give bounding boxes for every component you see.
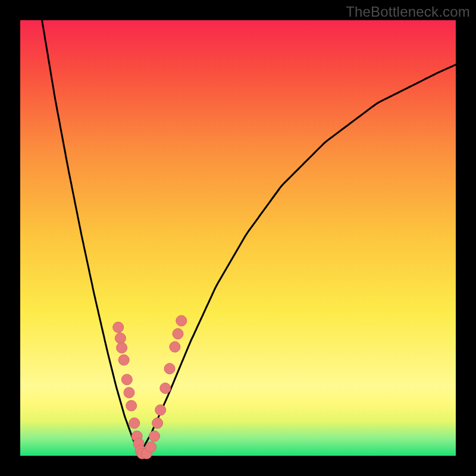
marker-dot: [176, 315, 187, 326]
marker-dot: [149, 431, 160, 441]
marker-dot: [115, 333, 126, 343]
marker-dot: [152, 418, 163, 428]
marker-dot: [173, 328, 183, 339]
curve-right-branch: [140, 65, 456, 454]
marker-dot: [129, 418, 140, 428]
marker-dot: [113, 322, 124, 333]
marker-dot: [146, 441, 156, 452]
curve-layer: [20, 20, 456, 456]
plot-area: [20, 20, 456, 456]
marker-dot: [170, 342, 180, 352]
marker-dot: [118, 355, 129, 365]
marker-dot: [121, 374, 132, 385]
curve-markers: [113, 315, 187, 459]
marker-dot: [126, 400, 137, 411]
marker-dot: [155, 405, 166, 415]
marker-dot: [124, 387, 134, 398]
chart-frame: TheBottleneck.com: [0, 0, 476, 476]
bottleneck-curve: [42, 20, 456, 453]
marker-dot: [117, 343, 127, 353]
marker-dot: [160, 383, 171, 394]
marker-dot: [164, 364, 175, 374]
watermark-text: TheBottleneck.com: [346, 4, 470, 20]
